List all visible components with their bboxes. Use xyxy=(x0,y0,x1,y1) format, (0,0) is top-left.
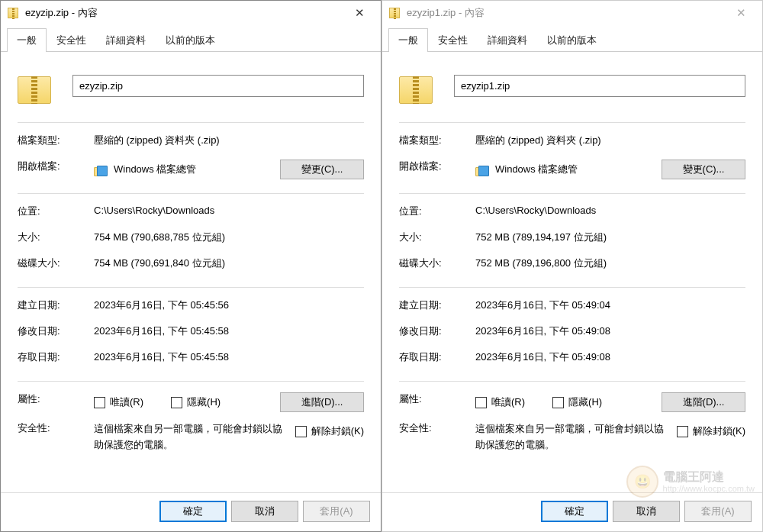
tab-previous-versions[interactable]: 以前的版本 xyxy=(537,28,607,51)
tab-general[interactable]: 一般 xyxy=(388,28,428,52)
type-value: 壓縮的 (zipped) 資料夾 (.zip) xyxy=(94,134,364,147)
titlebar[interactable]: ezyzip1.zip - 內容 ✕ xyxy=(382,1,762,25)
apply-button[interactable]: 套用(A) xyxy=(303,501,370,522)
security-text: 這個檔案來自另一部電腦，可能會封鎖以協助保護您的電腦。 xyxy=(475,421,677,453)
content-area: 檔案類型: 壓縮的 (zipped) 資料夾 (.zip) 開啟檔案: Wind… xyxy=(382,52,762,492)
advanced-button[interactable]: 進階(D)... xyxy=(280,392,364,412)
advanced-button[interactable]: 進階(D)... xyxy=(662,392,745,412)
hidden-checkbox[interactable]: 隱藏(H) xyxy=(552,395,602,409)
content-area: 檔案類型: 壓縮的 (zipped) 資料夾 (.zip) 開啟檔案: Wind… xyxy=(1,52,381,492)
accessed-value: 2023年6月16日, 下午 05:49:08 xyxy=(475,350,745,364)
created-value: 2023年6月16日, 下午 05:49:04 xyxy=(475,298,745,312)
properties-dialog-right: ezyzip1.zip - 內容 ✕ 一般 安全性 詳細資料 以前的版本 檔案類… xyxy=(382,0,763,532)
explorer-icon xyxy=(475,163,489,176)
change-button[interactable]: 變更(C)... xyxy=(280,160,364,179)
size-value: 754 MB (790,688,785 位元組) xyxy=(94,231,364,244)
opens-with-label: 開啟檔案: xyxy=(18,160,94,173)
ok-button[interactable]: 確定 xyxy=(541,501,608,522)
type-label: 檔案類型: xyxy=(18,134,94,147)
type-label: 檔案類型: xyxy=(399,134,475,147)
type-value: 壓縮的 (zipped) 資料夾 (.zip) xyxy=(475,134,745,147)
apply-button[interactable]: 套用(A) xyxy=(684,501,752,522)
change-button[interactable]: 變更(C)... xyxy=(662,160,745,179)
size-on-disk-value: 752 MB (789,196,800 位元組) xyxy=(475,256,745,270)
tab-security[interactable]: 安全性 xyxy=(47,28,96,51)
size-on-disk-value: 754 MB (790,691,840 位元組) xyxy=(94,256,364,270)
size-label: 大小: xyxy=(18,231,94,244)
cancel-button[interactable]: 取消 xyxy=(613,501,680,522)
created-label: 建立日期: xyxy=(399,298,475,312)
titlebar[interactable]: ezyzip.zip - 內容 ✕ xyxy=(1,1,381,25)
readonly-checkbox[interactable]: 唯讀(R) xyxy=(475,395,525,409)
security-label: 安全性: xyxy=(399,421,475,435)
tab-details[interactable]: 詳細資料 xyxy=(96,28,156,51)
size-value: 752 MB (789,194,197 位元組) xyxy=(475,231,745,244)
size-label: 大小: xyxy=(399,231,475,244)
filename-input[interactable] xyxy=(72,75,364,97)
file-type-icon xyxy=(18,67,54,104)
unblock-checkbox[interactable]: 解除封鎖(K) xyxy=(677,424,745,438)
modified-label: 修改日期: xyxy=(399,324,475,338)
attributes-label: 屬性: xyxy=(18,392,94,406)
explorer-icon xyxy=(94,163,108,176)
dialog-footer: 確定 取消 套用(A) xyxy=(382,492,762,531)
cancel-button[interactable]: 取消 xyxy=(231,501,298,522)
location-value: C:\Users\Rocky\Downloads xyxy=(94,205,364,216)
ok-button[interactable]: 確定 xyxy=(159,501,227,522)
file-type-icon xyxy=(399,67,436,104)
close-button[interactable]: ✕ xyxy=(344,2,375,24)
tab-details[interactable]: 詳細資料 xyxy=(478,28,537,51)
tab-bar: 一般 安全性 詳細資料 以前的版本 xyxy=(382,25,762,52)
properties-dialog-left: ezyzip.zip - 內容 ✕ 一般 安全性 詳細資料 以前的版本 檔案類型… xyxy=(0,0,382,532)
accessed-value: 2023年6月16日, 下午 05:45:58 xyxy=(94,350,364,364)
created-label: 建立日期: xyxy=(18,298,94,312)
size-on-disk-label: 磁碟大小: xyxy=(399,256,475,270)
tab-bar: 一般 安全性 詳細資料 以前的版本 xyxy=(1,25,381,52)
opens-with-label: 開啟檔案: xyxy=(399,160,475,173)
hidden-checkbox[interactable]: 隱藏(H) xyxy=(171,395,221,409)
modified-value: 2023年6月16日, 下午 05:49:08 xyxy=(475,324,745,338)
security-label: 安全性: xyxy=(18,421,94,435)
accessed-label: 存取日期: xyxy=(399,350,475,364)
attributes-value: 唯讀(R) 隱藏(H) 進階(D)... xyxy=(94,392,364,412)
zip-icon xyxy=(388,7,401,19)
modified-value: 2023年6月16日, 下午 05:45:58 xyxy=(94,324,364,338)
attributes-value: 唯讀(R) 隱藏(H) 進階(D)... xyxy=(475,392,745,412)
modified-label: 修改日期: xyxy=(18,324,94,338)
security-text: 這個檔案來自另一部電腦，可能會封鎖以協助保護您的電腦。 xyxy=(94,421,295,453)
window-title: ezyzip1.zip - 內容 xyxy=(407,6,485,20)
readonly-checkbox[interactable]: 唯讀(R) xyxy=(94,395,143,409)
dialog-footer: 確定 取消 套用(A) xyxy=(1,492,381,531)
location-label: 位置: xyxy=(18,205,94,218)
tab-previous-versions[interactable]: 以前的版本 xyxy=(156,28,225,51)
attributes-label: 屬性: xyxy=(399,392,475,406)
tab-general[interactable]: 一般 xyxy=(7,28,47,52)
window-title: ezyzip.zip - 內容 xyxy=(25,6,98,20)
close-button[interactable]: ✕ xyxy=(726,2,756,24)
location-label: 位置: xyxy=(399,205,475,218)
accessed-label: 存取日期: xyxy=(18,350,94,364)
size-on-disk-label: 磁碟大小: xyxy=(18,256,94,270)
filename-input[interactable] xyxy=(454,75,745,97)
opens-with-value: Windows 檔案總管 變更(C)... xyxy=(475,160,745,179)
opens-with-value: Windows 檔案總管 變更(C)... xyxy=(94,160,364,179)
created-value: 2023年6月16日, 下午 05:45:56 xyxy=(94,298,364,312)
zip-icon xyxy=(7,7,19,19)
location-value: C:\Users\Rocky\Downloads xyxy=(475,205,745,216)
unblock-checkbox[interactable]: 解除封鎖(K) xyxy=(295,424,364,438)
tab-security[interactable]: 安全性 xyxy=(428,28,478,51)
